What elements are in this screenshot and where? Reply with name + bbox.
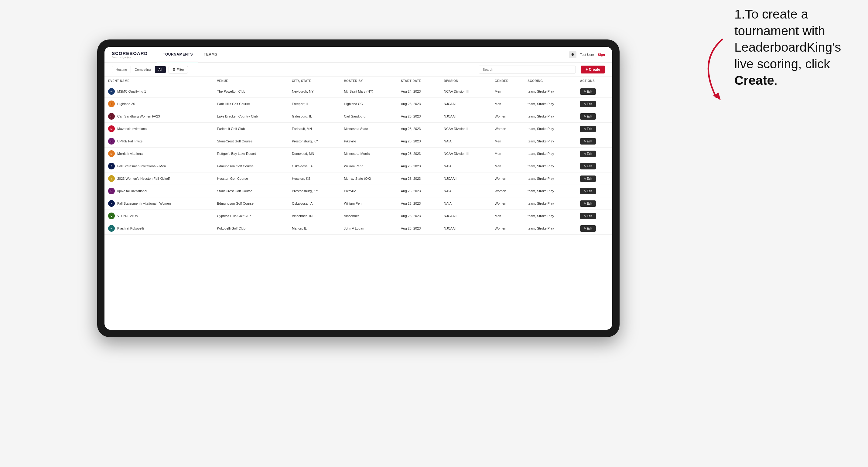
col-event-name: EVENT NAME [104, 77, 213, 85]
cell-event-name: M MSMC Qualifying 1 [104, 85, 213, 98]
cell-venue: Faribault Golf Club [213, 123, 288, 135]
edit-button[interactable]: ✎ Edit [580, 225, 596, 232]
cell-venue: Ruttger's Bay Lake Resort [213, 148, 288, 160]
annotation-line1: 1.To create a [734, 7, 808, 21]
cell-hosted-by: Minnesota State [340, 123, 397, 135]
header-signin[interactable]: Sign [598, 53, 605, 57]
cell-start-date: Aug 26, 2023 [397, 110, 440, 123]
cell-venue: Park Hills Golf Course [213, 98, 288, 110]
filter-icon: ☰ [173, 68, 176, 72]
cell-event-name: K Klash at Kokopelli [104, 222, 213, 235]
header-user: Test User [580, 53, 594, 57]
cell-scoring: team, Stroke Play [524, 85, 576, 98]
cell-scoring: team, Stroke Play [524, 185, 576, 197]
annotation-line4: live scoring, click [734, 57, 830, 71]
cell-division: NJCAA I [440, 222, 491, 235]
cell-start-date: Aug 28, 2023 [397, 123, 440, 135]
cell-actions: ✎ Edit [577, 123, 612, 135]
table-row: K Klash at Kokopelli Kokopelli Golf Club… [104, 222, 612, 235]
search-input[interactable] [478, 66, 576, 73]
cell-division: NAIA [440, 197, 491, 210]
cell-division: NCAA Division III [440, 85, 491, 98]
cell-scoring: team, Stroke Play [524, 210, 576, 222]
edit-button[interactable]: ✎ Edit [580, 138, 596, 145]
cell-event-name: U UPIKE Fall Invite [104, 135, 213, 148]
cell-gender: Men [491, 148, 524, 160]
cell-venue: StoneCrest Golf Course [213, 135, 288, 148]
svg-marker-0 [713, 93, 721, 100]
search-bar [478, 66, 576, 73]
filter-hosting-btn[interactable]: Hosting [112, 66, 131, 73]
cell-scoring: team, Stroke Play [524, 110, 576, 123]
col-city-state: CITY, STATE [288, 77, 340, 85]
edit-button[interactable]: ✎ Edit [580, 213, 596, 219]
cell-city-state: Prestonsburg, KY [288, 135, 340, 148]
team-logo: 2 [108, 175, 115, 182]
app-logo-sub: Powered by clippr [112, 56, 148, 59]
cell-hosted-by: Murray State (OK) [340, 173, 397, 185]
col-actions: ACTIONS [577, 77, 612, 85]
cell-division: NAIA [440, 135, 491, 148]
cell-division: NJCAA II [440, 173, 491, 185]
cell-hosted-by: Vincennes [340, 210, 397, 222]
team-logo: F [108, 163, 115, 169]
cell-venue: Hesston Golf Course [213, 173, 288, 185]
app-header: SCOREBOARD Powered by clippr TOURNAMENTS… [104, 47, 612, 63]
cell-scoring: team, Stroke Play [524, 222, 576, 235]
settings-icon[interactable]: ⚙ [569, 51, 577, 58]
cell-city-state: Hesston, KS [288, 173, 340, 185]
filter-icon-btn[interactable]: ☰ Filter [168, 66, 188, 73]
cell-scoring: team, Stroke Play [524, 173, 576, 185]
cell-gender: Men [491, 160, 524, 173]
cell-city-state: Freeport, IL [288, 98, 340, 110]
cell-actions: ✎ Edit [577, 197, 612, 210]
cell-gender: Women [491, 197, 524, 210]
cell-division: NCAA Division III [440, 148, 491, 160]
cell-city-state: Prestonsburg, KY [288, 185, 340, 197]
edit-button[interactable]: ✎ Edit [580, 101, 596, 107]
cell-hosted-by: Pikeville [340, 185, 397, 197]
filter-competing-btn[interactable]: Competing [131, 66, 155, 73]
table-row: U upike fall invitational StoneCrest Gol… [104, 185, 612, 197]
cell-venue: Lake Bracken Country Club [213, 110, 288, 123]
tablet-frame: SCOREBOARD Powered by clippr TOURNAMENTS… [97, 39, 620, 337]
cell-event-name: F Fall Statesmen Invitational - Men [104, 160, 213, 173]
col-scoring: SCORING [524, 77, 576, 85]
cell-gender: Men [491, 210, 524, 222]
cell-start-date: Aug 28, 2023 [397, 222, 440, 235]
cell-start-date: Aug 24, 2023 [397, 85, 440, 98]
cell-actions: ✎ Edit [577, 135, 612, 148]
col-gender: GENDER [491, 77, 524, 85]
edit-button[interactable]: ✎ Edit [580, 188, 596, 194]
cell-start-date: Aug 28, 2023 [397, 185, 440, 197]
cell-scoring: team, Stroke Play [524, 98, 576, 110]
team-logo: V [108, 213, 115, 219]
filter-all-btn[interactable]: All [155, 66, 166, 73]
cell-gender: Women [491, 173, 524, 185]
cell-city-state: Marion, IL [288, 222, 340, 235]
table-row: F Fall Statesmen Invitational - Men Edmu… [104, 160, 612, 173]
nav-tab-tournaments[interactable]: TOURNAMENTS [157, 47, 198, 62]
toolbar: Hosting Competing All ☰ Filter + Create [104, 63, 612, 77]
col-venue: VENUE [213, 77, 288, 85]
table-row: U UPIKE Fall Invite StoneCrest Golf Cour… [104, 135, 612, 148]
edit-button[interactable]: ✎ Edit [580, 176, 596, 182]
logo-area: SCOREBOARD Powered by clippr [112, 51, 148, 59]
edit-button[interactable]: ✎ Edit [580, 200, 596, 207]
edit-button[interactable]: ✎ Edit [580, 163, 596, 169]
cell-gender: Men [491, 85, 524, 98]
team-logo: M [108, 88, 115, 95]
cell-city-state: Deerwood, MN [288, 148, 340, 160]
cell-start-date: Aug 25, 2023 [397, 98, 440, 110]
cell-city-state: Oskaloosa, IA [288, 197, 340, 210]
edit-button[interactable]: ✎ Edit [580, 113, 596, 120]
create-button[interactable]: + Create [581, 66, 605, 73]
annotation-text: 1.To create a tournament with Leaderboar… [734, 6, 850, 89]
edit-button[interactable]: ✎ Edit [580, 151, 596, 157]
cell-event-name: H Highland 36 [104, 98, 213, 110]
nav-tab-teams[interactable]: TEAMS [198, 47, 223, 62]
team-logo: H [108, 100, 115, 107]
cell-scoring: team, Stroke Play [524, 148, 576, 160]
edit-button[interactable]: ✎ Edit [580, 88, 596, 95]
edit-button[interactable]: ✎ Edit [580, 126, 596, 132]
